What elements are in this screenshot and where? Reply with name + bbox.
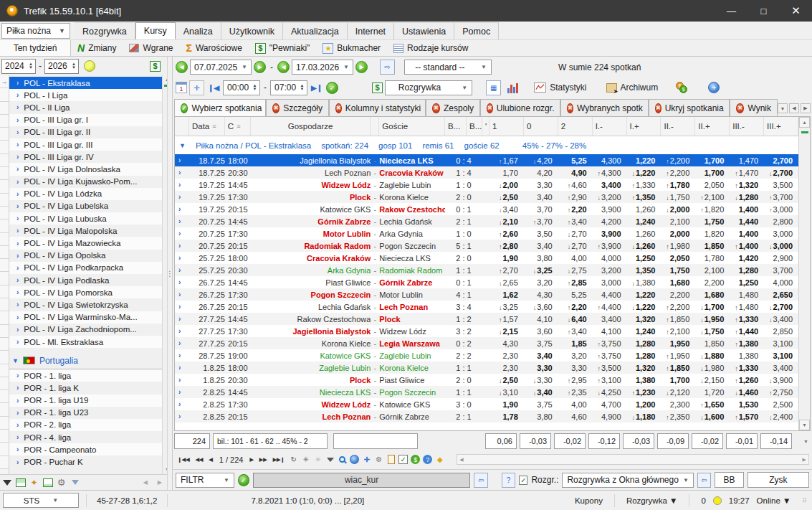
grid-vscrollbar[interactable]: ▲ ▼ bbox=[798, 117, 810, 430]
match-row[interactable]: ›1.8.2520:30Plock-Piast Gliwice2 : 0↓2,5… bbox=[175, 374, 798, 386]
odds-cell[interactable]: 2,850 bbox=[764, 327, 798, 336]
match-row[interactable]: ›27.7.2514:45Rakow Czestochowa-Plock1 : … bbox=[175, 313, 798, 325]
close-button[interactable]: ✕ bbox=[780, 0, 812, 22]
sidebar-item-pol---ekstraklasa[interactable]: ›POL - Ekstraklasa bbox=[9, 77, 162, 89]
match-row[interactable]: ›27.7.2520:15Korona Kielce-Legia Warszaw… bbox=[175, 337, 798, 349]
next-page-icon[interactable]: ▶▶ bbox=[257, 457, 269, 463]
chevron-right-icon[interactable]: › bbox=[175, 181, 189, 189]
odds-cell[interactable]: ↓2,70 bbox=[558, 230, 593, 238]
odds-cell[interactable]: 3,75 bbox=[524, 400, 558, 409]
sidebar-item-pol---iv-liga-malopolska[interactable]: ›POL - IV Liga Malopolska bbox=[9, 225, 162, 237]
odds-cell[interactable]: ↓1,700 bbox=[695, 303, 730, 311]
tennis-ball-icon[interactable] bbox=[84, 60, 95, 72]
odds-cell[interactable]: 3,400 bbox=[593, 315, 627, 324]
odds-cell[interactable]: ↓3,30 bbox=[524, 376, 558, 384]
odds-cell[interactable]: ↑2,200 bbox=[661, 169, 695, 177]
online-menu[interactable]: Online ▼ bbox=[757, 496, 791, 505]
wgrane-button[interactable]: Wgrane bbox=[123, 41, 179, 56]
odds-cell[interactable]: 1,680 bbox=[661, 278, 695, 287]
column-header-I.-[interactable]: I.- bbox=[593, 117, 627, 136]
scroll-down-icon[interactable]: ▼ bbox=[803, 439, 811, 444]
odds-cell[interactable]: ↓1,260 bbox=[627, 242, 661, 250]
odds-cell[interactable]: 1,700 bbox=[695, 156, 730, 165]
odds-cell[interactable]: 2,100 bbox=[661, 217, 695, 226]
odds-cell[interactable]: 2,700 bbox=[764, 156, 798, 165]
time-to-spinner[interactable]: 07:00 ▲▼ bbox=[270, 80, 307, 95]
chevron-right-icon[interactable]: › bbox=[175, 315, 189, 323]
column-header-blank[interactable] bbox=[371, 117, 379, 136]
bukmacher-button[interactable]: ★Bukmacher bbox=[316, 41, 387, 56]
bookmaker-select[interactable]: STS ▼ bbox=[3, 493, 79, 508]
search-icon[interactable] bbox=[337, 454, 348, 465]
sidebar-item-pol---iv-liga-podlaska[interactable]: ›POL - IV Liga Podlaska bbox=[9, 274, 162, 286]
odds-cell[interactable]: ↑3,40 bbox=[558, 327, 593, 336]
odds-cell[interactable]: 1,85 bbox=[558, 339, 593, 348]
odds-cell[interactable]: 1,440 bbox=[730, 217, 764, 226]
odds-cell[interactable]: 1,78 bbox=[489, 412, 524, 421]
odds-cell[interactable]: ↓2,65 bbox=[489, 278, 524, 287]
odds-cell[interactable]: ↑2,200 bbox=[661, 156, 695, 165]
odds-cell[interactable]: 5,25 bbox=[558, 291, 593, 299]
odds-cell[interactable]: 1,240 bbox=[627, 217, 661, 226]
competition-select[interactable]: Rozgrywka ▼ bbox=[385, 80, 472, 95]
odds-cell[interactable]: 1,820 bbox=[695, 230, 730, 238]
column-header-2[interactable]: 2 bbox=[558, 117, 593, 136]
scroll-left-icon[interactable]: ◀ bbox=[789, 103, 799, 113]
odds-cell[interactable]: ↓1,600 bbox=[695, 412, 730, 421]
year-from-spinner[interactable]: 2024 ▲▼ bbox=[1, 59, 36, 74]
odds-cell[interactable]: 3,80 bbox=[524, 254, 558, 263]
odds-cell[interactable]: ↓3,900 bbox=[764, 376, 798, 384]
bar-chart-icon[interactable] bbox=[507, 82, 519, 93]
rozgrywka-select[interactable]: Rozgrywka z Okna głównego ▼ bbox=[562, 473, 693, 488]
match-row[interactable]: ›25.7.2520:30Arka Gdynia-Radomiak Radom1… bbox=[175, 264, 798, 276]
odds-cell[interactable]: 4,00 bbox=[558, 254, 593, 263]
gear-icon[interactable]: ⚙ bbox=[373, 454, 384, 465]
table-columns-icon[interactable]: ▦ bbox=[486, 80, 501, 95]
odds-cell[interactable]: 3,30 bbox=[524, 364, 558, 372]
odds-cell[interactable]: ↓2,10 bbox=[489, 217, 524, 226]
odds-cell[interactable]: 4,700 bbox=[593, 400, 627, 409]
empty-input-box[interactable] bbox=[333, 433, 418, 449]
prev-record-icon[interactable]: ◀ bbox=[206, 457, 214, 463]
match-tab-wybierz-spotkania[interactable]: ✓Wybierz spotkania bbox=[174, 99, 266, 116]
first-record-icon[interactable]: ❙◀◀ bbox=[176, 457, 192, 463]
chevron-down-icon[interactable]: ▼ bbox=[778, 103, 788, 113]
match-row[interactable]: ›20.7.2514:45Górnik Zabrze-Lechia Gdańsk… bbox=[175, 215, 798, 227]
odds-cell[interactable]: 3,40 bbox=[524, 351, 558, 360]
odds-cell[interactable]: ↑1,330 bbox=[730, 315, 764, 324]
odds-cell[interactable]: 3,40 bbox=[524, 193, 558, 202]
odds-cell[interactable]: ↑2,70 bbox=[489, 266, 524, 275]
menu-tab-ustawienia[interactable]: Ustawienia bbox=[394, 22, 454, 39]
odds-cell[interactable]: ↑1,230 bbox=[627, 388, 661, 397]
filter-icon[interactable] bbox=[325, 454, 335, 465]
sidebar-item-pol---iv-liga-warminsko-ma---[interactable]: ›POL - IV Liga Warminsko-Ma... bbox=[9, 311, 162, 324]
sidebar-item-por---1--liga-k[interactable]: ›POR - 1. liga K bbox=[9, 382, 162, 394]
sidebar-item-pol---iii-liga-gr--iv[interactable]: ›POL - III Liga gr. IV bbox=[9, 151, 162, 163]
odds-cell[interactable]: ↓3,400 bbox=[764, 315, 798, 324]
odds-cell[interactable]: ↑1,650 bbox=[695, 400, 730, 409]
chevron-right-icon[interactable]: › bbox=[175, 388, 189, 396]
column-header-Data[interactable]: Data≡ bbox=[189, 117, 225, 136]
odds-cell[interactable]: 2,30 bbox=[489, 364, 524, 372]
chevron-right-icon[interactable]: › bbox=[175, 169, 189, 176]
odds-cell[interactable]: ↑3,500 bbox=[593, 364, 627, 372]
odds-cell[interactable]: 2,300 bbox=[661, 400, 695, 409]
odds-cell[interactable]: 1,280 bbox=[627, 351, 661, 360]
column-header-II.-[interactable]: II.- bbox=[661, 117, 695, 136]
arrow-left2-button[interactable]: ⇦ bbox=[697, 473, 711, 488]
odds-cell[interactable]: 3,100 bbox=[764, 339, 798, 348]
splitter-handle[interactable]: ⋮ bbox=[167, 57, 172, 490]
odds-cell[interactable]: 3,500 bbox=[764, 181, 798, 189]
odds-cell[interactable]: 3,30 bbox=[524, 181, 558, 189]
odds-cell[interactable]: 4,100 bbox=[593, 327, 627, 336]
odds-cell[interactable]: ↑3,750 bbox=[593, 339, 627, 348]
sidebar-item-pol---iii-liga-gr--i[interactable]: ›POL - III Liga gr. I bbox=[9, 114, 162, 126]
menu-tab-internet[interactable]: Internet bbox=[348, 22, 394, 39]
odds-cell[interactable]: ↓2,00 bbox=[489, 181, 524, 189]
odds-cell[interactable]: ↓3,40 bbox=[524, 388, 558, 397]
odds-cell[interactable]: 4,300 bbox=[593, 156, 627, 165]
match-row[interactable]: ›27.7.2517:30Jagiellonia Bialystok-Widze… bbox=[175, 325, 798, 337]
sidebar-item-pol---iv-liga-swietokrzyska[interactable]: ›POL - IV Liga Swietokrzyska bbox=[9, 298, 162, 311]
match-tab-wybranych-spotk[interactable]: ✕Wybranych spotk bbox=[560, 99, 649, 116]
column-header-1[interactable]: 1 bbox=[489, 117, 524, 136]
